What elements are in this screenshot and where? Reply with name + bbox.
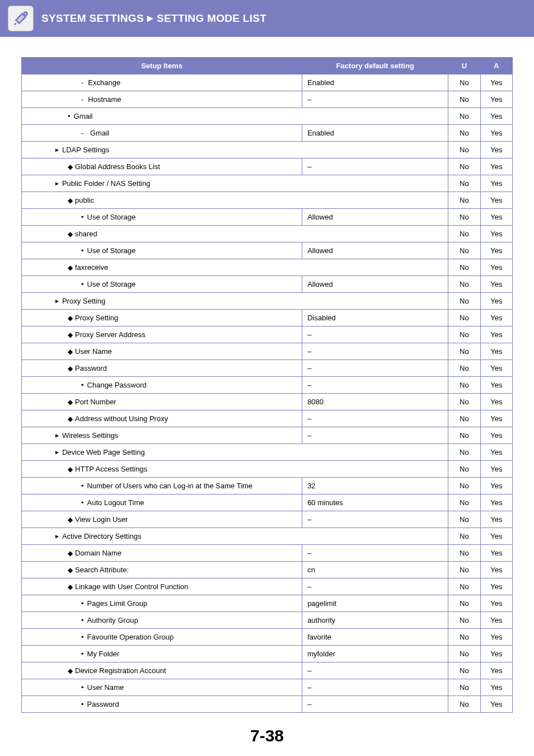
setup-item-cell: Wireless Settings xyxy=(22,427,302,444)
a-cell: Yes xyxy=(480,108,512,125)
u-cell: No xyxy=(448,158,480,175)
table-row: Linkage with User Control Function–NoYes xyxy=(22,578,513,595)
setup-item-label: Domain Name xyxy=(68,549,121,557)
a-cell: Yes xyxy=(480,158,512,175)
setup-item-label: Search Attribute: xyxy=(68,566,129,574)
table-row: Authority GroupauthorityNoYes xyxy=(22,612,513,629)
setup-item-cell: User Name xyxy=(22,679,302,696)
u-cell: No xyxy=(448,629,480,646)
u-cell: No xyxy=(448,528,480,545)
setup-item-cell: Address without Using Proxy xyxy=(22,410,302,427)
factory-default-cell: – xyxy=(302,326,448,343)
u-cell: No xyxy=(448,293,480,310)
a-cell: Yes xyxy=(480,427,512,444)
breadcrumb-right: SETTING MODE LIST xyxy=(157,12,266,24)
u-cell: No xyxy=(448,612,480,629)
u-cell: No xyxy=(448,545,480,562)
setup-item-label: Port Number xyxy=(68,398,116,406)
factory-default-cell: – xyxy=(302,662,448,679)
factory-default-cell: – xyxy=(302,360,448,377)
setup-item-label: Device Web Page Setting xyxy=(54,448,145,456)
setup-item-cell: View Login User xyxy=(22,511,302,528)
setup-item-label: public xyxy=(68,196,94,204)
u-cell: No xyxy=(448,276,480,293)
u-cell: No xyxy=(448,192,480,209)
u-cell: No xyxy=(448,646,480,662)
setup-item-label: Linkage with User Control Function xyxy=(68,582,188,591)
a-cell: Yes xyxy=(480,410,512,427)
setup-item-cell: Active Directory Settings xyxy=(22,528,448,545)
a-cell: Yes xyxy=(480,293,512,310)
setup-item-label: HTTP Access Settings xyxy=(68,465,147,473)
table-row: faxreceiveNoYes xyxy=(22,259,513,276)
a-cell: Yes xyxy=(480,175,512,192)
factory-default-cell: Allowed xyxy=(302,242,448,259)
a-cell: Yes xyxy=(480,276,512,293)
a-cell: Yes xyxy=(480,377,512,394)
u-cell: No xyxy=(448,562,480,578)
table-row: GmailNoYes xyxy=(22,108,513,125)
a-cell: Yes xyxy=(480,478,512,494)
factory-default-cell: 8080 xyxy=(302,394,448,410)
table-row: publicNoYes xyxy=(22,192,513,209)
setup-item-cell: Pages Limit Group xyxy=(22,595,302,612)
page-header: SYSTEM SETTINGS►SETTING MODE LIST xyxy=(0,0,534,37)
u-cell: No xyxy=(448,578,480,595)
setup-item-cell: Linkage with User Control Function xyxy=(22,578,302,595)
a-cell: Yes xyxy=(480,679,512,696)
setup-item-label: Change Password xyxy=(81,381,147,389)
setup-item-label: User Name xyxy=(81,683,124,692)
table-row: Number of Users who can Log-in at the Sa… xyxy=(22,478,513,494)
table-row: Hostname–NoYes xyxy=(22,91,513,108)
factory-default-cell: – xyxy=(302,545,448,562)
factory-default-cell: – xyxy=(302,158,448,175)
a-cell: Yes xyxy=(480,209,512,226)
factory-default-cell: pagelimit xyxy=(302,595,448,612)
table-row: Address without Using Proxy–NoYes xyxy=(22,410,513,427)
setup-item-cell: Proxy Server Address xyxy=(22,326,302,343)
factory-default-cell: Disabled xyxy=(302,310,448,326)
u-cell: No xyxy=(448,125,480,142)
factory-default-cell: Enabled xyxy=(302,74,448,91)
table-row: Change Password–NoYes xyxy=(22,377,513,394)
table-row: User Name–NoYes xyxy=(22,679,513,696)
u-cell: No xyxy=(448,175,480,192)
setup-item-label: Active Directory Settings xyxy=(54,532,142,540)
u-cell: No xyxy=(448,142,480,158)
u-cell: No xyxy=(448,696,480,713)
factory-default-cell: – xyxy=(302,377,448,394)
table-row: HTTP Access SettingsNoYes xyxy=(22,461,513,478)
a-cell: Yes xyxy=(480,242,512,259)
u-cell: No xyxy=(448,108,480,125)
setup-item-label: Hostname xyxy=(81,95,121,104)
u-cell: No xyxy=(448,679,480,696)
a-cell: Yes xyxy=(480,511,512,528)
setup-item-label: Proxy Setting xyxy=(68,314,118,322)
factory-default-cell: Allowed xyxy=(302,276,448,293)
col-header-u: U xyxy=(448,58,480,74)
u-cell: No xyxy=(448,360,480,377)
setup-item-cell: Proxy Setting xyxy=(22,310,302,326)
setup-item-cell: Password xyxy=(22,360,302,377)
u-cell: No xyxy=(448,461,480,478)
a-cell: Yes xyxy=(480,578,512,595)
setup-item-label: Auto Logout Time xyxy=(81,498,144,507)
u-cell: No xyxy=(448,410,480,427)
u-cell: No xyxy=(448,494,480,511)
setup-item-label: View Login User xyxy=(68,515,128,524)
table-row: Proxy SettingDisabledNoYes xyxy=(22,310,513,326)
setup-item-cell: Search Attribute: xyxy=(22,562,302,578)
setup-item-cell: Number of Users who can Log-in at the Sa… xyxy=(22,478,302,494)
col-header-setup: Setup Items xyxy=(22,58,302,74)
setup-item-cell: HTTP Access Settings xyxy=(22,461,448,478)
setup-item-label: Gmail xyxy=(81,129,109,137)
u-cell: No xyxy=(448,444,480,461)
factory-default-cell: authority xyxy=(302,612,448,629)
table-row: Auto Logout Time60 minutesNoYes xyxy=(22,494,513,511)
setup-item-label: Authority Group xyxy=(81,616,138,624)
setup-item-cell: Port Number xyxy=(22,394,302,410)
a-cell: Yes xyxy=(480,545,512,562)
setup-item-label: Exchange xyxy=(81,78,120,87)
a-cell: Yes xyxy=(480,696,512,713)
u-cell: No xyxy=(448,377,480,394)
